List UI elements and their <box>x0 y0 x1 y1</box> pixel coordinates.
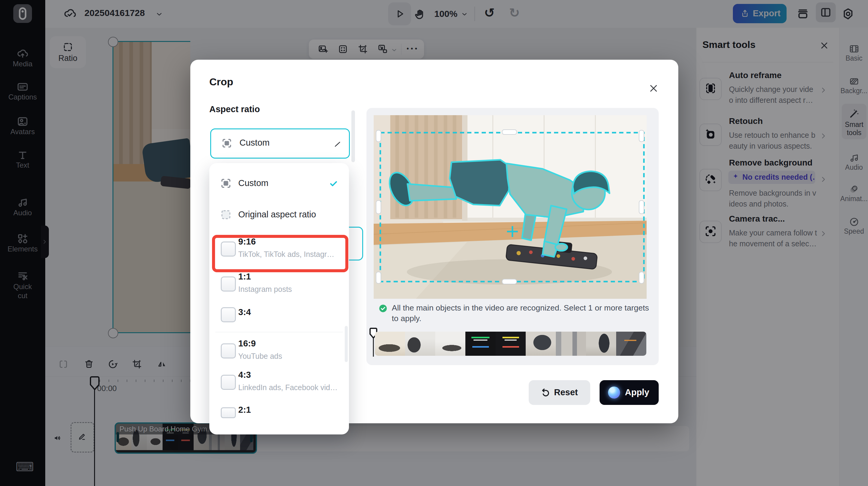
option-label: Original aspect ratio <box>238 209 316 220</box>
video-preview-image[interactable] <box>374 115 647 299</box>
preview-pane: All the main objects in the video are re… <box>367 108 659 365</box>
aspect-ratio-dropdown: Custom Original aspect ratio 9:16 TikTok… <box>209 163 349 434</box>
option-label: 3:4 <box>238 307 251 317</box>
aspect-ratio-section-label: Aspect ratio <box>209 104 260 114</box>
reset-button[interactable]: Reset <box>529 380 590 405</box>
selected-check-icon <box>329 179 338 188</box>
filmstrip-thumb <box>586 332 616 356</box>
option-checkbox[interactable] <box>221 277 236 292</box>
option-original-aspect-ratio[interactable]: Original aspect ratio <box>209 203 349 226</box>
reset-label: Reset <box>554 387 578 397</box>
dropdown-scrollbar[interactable] <box>345 326 348 362</box>
option-1-1[interactable]: 1:1 Instagram posts <box>209 272 349 305</box>
filmstrip-thumb <box>435 332 465 356</box>
option-checkbox[interactable] <box>221 344 236 358</box>
filmstrip-thumb <box>465 332 496 356</box>
modal-title: Crop <box>209 76 233 88</box>
custom-ratio-icon <box>221 137 233 149</box>
chevron-up-icon <box>333 139 342 148</box>
filmstrip-thumb <box>526 332 556 356</box>
pane-scrollbar[interactable] <box>351 110 355 162</box>
option-label: 16:9 <box>238 338 256 349</box>
close-modal-icon[interactable] <box>648 83 659 94</box>
custom-ratio-icon <box>220 177 232 190</box>
reset-icon <box>540 387 550 398</box>
option-4-3[interactable]: 4:3 LinkedIn ads, Facebook vid… <box>209 370 349 403</box>
selected-ratio-label: Custom <box>240 138 270 148</box>
success-check-icon <box>378 304 388 313</box>
filmstrip-thumb <box>556 332 586 356</box>
option-checkbox[interactable] <box>221 375 236 390</box>
video-editor-app: Ratio ••• 00:00 <box>0 0 868 486</box>
aspect-ratio-select[interactable]: Custom <box>210 128 350 159</box>
apply-orb-icon <box>608 387 620 398</box>
apply-label: Apply <box>625 387 649 397</box>
filmstrip-thumb <box>616 332 646 356</box>
filmstrip-thumb <box>375 332 405 356</box>
option-16-9[interactable]: 16:9 YouTube ads <box>209 338 349 372</box>
option-checkbox[interactable] <box>221 307 236 322</box>
recognition-message: All the main objects in the video are re… <box>392 303 651 324</box>
original-ratio-icon <box>220 208 232 221</box>
option-label: 4:3 <box>238 370 251 380</box>
option-label: 1:1 <box>238 272 251 282</box>
option-3-4[interactable]: 3:4 <box>209 305 349 332</box>
option-checkbox[interactable] <box>221 407 236 418</box>
option-description: Instagram posts <box>238 285 292 294</box>
filmstrip[interactable] <box>375 332 646 356</box>
option-description: LinkedIn ads, Facebook vid… <box>238 383 338 392</box>
annotation-highlight-9-16 <box>212 235 348 272</box>
option-label: Custom <box>238 178 269 188</box>
option-custom[interactable]: Custom <box>209 172 349 195</box>
apply-button[interactable]: Apply <box>599 380 659 405</box>
filmstrip-thumb <box>405 332 435 356</box>
option-label: 2:1 <box>238 405 251 415</box>
option-2-1[interactable]: 2:1 <box>209 403 349 430</box>
filmstrip-thumb <box>496 332 526 356</box>
option-description: YouTube ads <box>238 352 282 361</box>
